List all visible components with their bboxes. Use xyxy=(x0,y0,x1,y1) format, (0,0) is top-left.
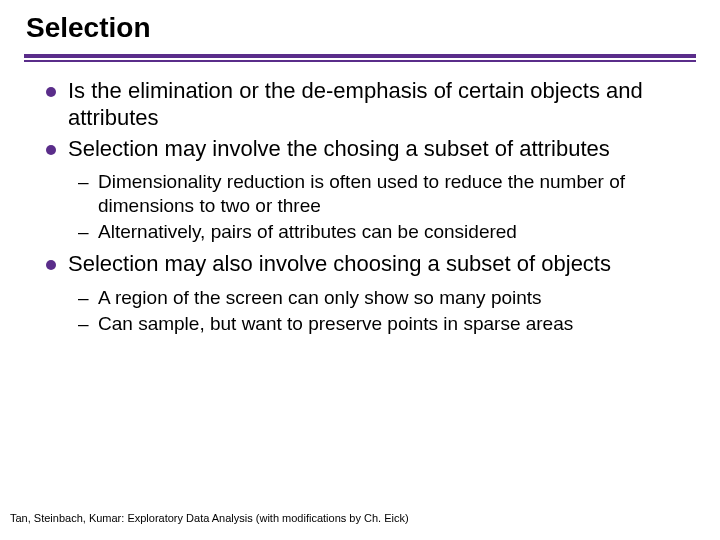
rule-thin xyxy=(24,60,696,62)
bullet-level-2: Alternatively, pairs of attributes can b… xyxy=(78,220,686,243)
slide-content: Is the elimination or the de-emphasis of… xyxy=(24,74,696,335)
bullet-level-2: Dimensionality reduction is often used t… xyxy=(78,170,686,216)
bullet-level-2: A region of the screen can only show so … xyxy=(78,286,686,309)
bullet-level-2: Can sample, but want to preserve points … xyxy=(78,312,686,335)
bullet-level-1: Selection may involve the chosing a subs… xyxy=(46,136,686,163)
bullet-group: Dimensionality reduction is often used t… xyxy=(46,170,686,243)
bullet-level-1: Selection may also involve choosing a su… xyxy=(46,251,686,278)
title-rule xyxy=(24,54,696,62)
bullet-group: Is the elimination or the de-emphasis of… xyxy=(46,78,686,162)
footer-attribution: Tan, Steinbach, Kumar: Exploratory Data … xyxy=(10,512,409,524)
rule-thick xyxy=(24,54,696,58)
slide-title: Selection xyxy=(26,12,696,44)
slide: Selection Is the elimination or the de-e… xyxy=(0,0,720,335)
bullet-group: Selection may also involve choosing a su… xyxy=(46,251,686,278)
bullet-group: A region of the screen can only show so … xyxy=(46,286,686,335)
bullet-level-1: Is the elimination or the de-emphasis of… xyxy=(46,78,686,132)
